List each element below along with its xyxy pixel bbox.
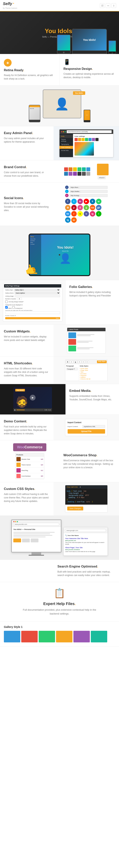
folio-text-area: Folio Galleries. We've included 6 galler…	[66, 280, 119, 324]
toolbar-align2[interactable]: ≡	[82, 361, 85, 363]
social-icon-twitter[interactable]: t	[71, 199, 77, 204]
admin-sidebar-item[interactable]: Theme settings	[60, 138, 73, 143]
folio-lazy-checkbox[interactable]	[5, 301, 8, 303]
color-block[interactable]	[86, 172, 90, 176]
paragraph-dropdown[interactable]: Paragraph ▾	[66, 368, 78, 370]
sc-item-4[interactable]: • Accordion	[80, 373, 107, 375]
social-icon-whatsapp[interactable]: w	[96, 199, 102, 204]
social-icon-ig2[interactable]: ig	[90, 211, 95, 217]
sc-item-3[interactable]: • Tabs	[80, 371, 107, 373]
social-icon-instagram[interactable]: in	[77, 199, 83, 204]
search-result-title-2[interactable]: About Page | Your Site	[65, 547, 106, 549]
sc-item-5[interactable]: • Separator	[80, 375, 107, 376]
social-icon-line[interactable]: l	[96, 211, 102, 217]
admin-url-bar[interactable]: www.themecannon.com/selfy	[67, 130, 112, 133]
color-block[interactable]	[64, 172, 68, 176]
toolbar-underline[interactable]: U	[74, 361, 77, 363]
color-block[interactable]	[77, 167, 81, 171]
admin-sidebar-item[interactable]: Typography	[60, 143, 73, 146]
color-block[interactable]	[73, 172, 77, 176]
browser-url-2[interactable]	[65, 529, 106, 532]
mobile-icon[interactable]: ▯	[112, 3, 116, 8]
social-icon-flickr[interactable]: ✿	[65, 205, 71, 210]
gallery-style-select[interactable]: Gallery Style 1	[14, 289, 60, 291]
folio-number-input[interactable]	[17, 298, 22, 300]
gallery-item-4[interactable]	[56, 631, 73, 642]
color-block[interactable]	[77, 172, 81, 176]
search-result-title-1[interactable]: Your Awesome Site Title Here	[65, 537, 106, 539]
folio-save-btn[interactable]: Save	[5, 317, 60, 319]
toolbar-bold[interactable]: B	[66, 361, 70, 363]
social-icon-reddit[interactable]: r	[71, 211, 77, 217]
color-picker[interactable]	[75, 142, 94, 156]
color-swatch[interactable]	[82, 138, 85, 141]
toolbar-align[interactable]: ≡	[78, 361, 81, 363]
toolbar-italic[interactable]: I	[70, 361, 73, 363]
video-play-btn[interactable]: ▶	[14, 409, 16, 411]
color-block[interactable]	[73, 167, 77, 171]
folio-panel-mockup: Selfy Page Settings Gallery Style Galler…	[3, 283, 63, 321]
folio-url-input[interactable]	[15, 295, 60, 297]
social-icon-pinterest[interactable]: p	[71, 205, 77, 210]
woo-product-1[interactable]: Wooden Chair $45	[15, 457, 44, 462]
demo-text-body: Fast track your website build by using o…	[4, 425, 50, 435]
social-icon-dribbble[interactable]: d	[77, 205, 83, 210]
browser-url-bar[interactable]: www.yoursite.com	[13, 523, 59, 526]
monitor-icon[interactable]: ⬜	[100, 3, 105, 8]
folio-category-item[interactable]: Gallery	[5, 306, 12, 309]
social-icon-telegram[interactable]: tg	[65, 217, 71, 223]
color-block[interactable]	[86, 167, 90, 171]
folio-category-item[interactable]: Uncategorized	[12, 306, 23, 309]
social-icon-soundcloud[interactable]: sc	[71, 217, 77, 223]
gallery-item-2[interactable]	[21, 631, 38, 642]
color-swatch[interactable]	[85, 138, 88, 141]
gallery-theme-select[interactable]: Dawns lightbox	[14, 292, 60, 294]
color-swatch[interactable]	[95, 138, 98, 141]
css-editor-body[interactable]: body { font-size: 1em; line-height: 1.4;…	[65, 489, 108, 505]
gallery-item-6[interactable]	[91, 631, 107, 642]
social-icon-twitter2[interactable]: tw	[65, 211, 71, 217]
play-button[interactable]: ▶	[30, 395, 36, 401]
tablet-icon[interactable]: ▭	[106, 3, 110, 8]
toolbar-selfy-btn[interactable]: Selfy Styles	[97, 361, 107, 363]
selected-color[interactable]	[97, 164, 109, 175]
gallery-item-1[interactable]	[4, 631, 20, 642]
social-icon-linkedin[interactable]: li	[90, 199, 95, 204]
color-swatch[interactable]	[88, 138, 91, 141]
color-block[interactable]	[82, 172, 86, 176]
woo-product-3[interactable]: Floral Ring $12	[15, 468, 44, 473]
url-text-1[interactable]: https://face...	[69, 186, 108, 189]
social-icon-github2[interactable]: gh	[96, 205, 102, 210]
color-swatch[interactable]	[92, 138, 95, 141]
color-swatch[interactable]	[75, 138, 78, 141]
sc-item-6[interactable]: • Lightbox	[80, 376, 107, 378]
gallery-item-3[interactable]	[39, 631, 55, 642]
css-save-btn[interactable]: Save Changes	[67, 506, 83, 510]
color-block[interactable]	[64, 167, 68, 171]
social-icon-rss[interactable]: rss	[90, 205, 95, 210]
admin-sidebar-item-active[interactable]: Color settings	[60, 146, 73, 149]
admin-sidebar-item[interactable]: Selfy	[60, 135, 73, 138]
woo-product-2[interactable]: Theme Cannon $29	[15, 462, 44, 468]
color-block[interactable]	[82, 167, 86, 171]
folio-url-gen-input[interactable]	[5, 311, 60, 314]
social-icon-youtube[interactable]: ▶	[84, 199, 89, 204]
color-block[interactable]	[69, 172, 73, 176]
woo-product-4[interactable]: Coral Necklace $65	[15, 473, 44, 479]
toolbar-align3[interactable]: ≡	[85, 361, 89, 363]
gallery-item-5[interactable]	[73, 631, 90, 642]
sc-item-2[interactable]: • Image Slider	[80, 369, 107, 371]
url-text-3[interactable]: http://Instagr...	[69, 194, 108, 197]
sc-item-7[interactable]: • Columns 3|0-3|0	[80, 378, 107, 380]
social-icon-facebook[interactable]: f	[65, 199, 71, 204]
social-icon-vimeo[interactable]: v	[84, 211, 89, 217]
url-text-2[interactable]: https://twitter...	[69, 190, 108, 193]
admin-sidebar-item[interactable]: Social links	[60, 149, 73, 152]
video-progress-bar[interactable]	[16, 410, 44, 410]
social-icon-github[interactable]: g	[84, 205, 89, 210]
upload-button[interactable]: Upload File	[68, 429, 105, 434]
color-swatch[interactable]	[78, 138, 81, 141]
social-icon-snapchat[interactable]: s	[77, 211, 83, 217]
color-block[interactable]	[69, 167, 73, 171]
sc-item-1[interactable]: • Quote Slider	[80, 368, 107, 369]
